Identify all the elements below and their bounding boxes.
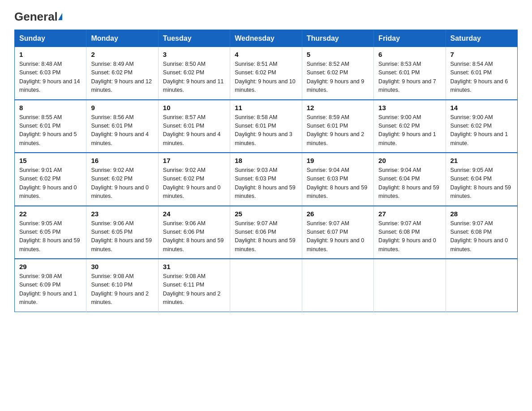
calendar-cell: 24 Sunrise: 9:06 AMSunset: 6:06 PMDaylig… [158, 206, 230, 259]
calendar-cell: 15 Sunrise: 9:01 AMSunset: 6:02 PMDaylig… [15, 153, 86, 206]
calendar-cell: 8 Sunrise: 8:55 AMSunset: 6:01 PMDayligh… [15, 100, 86, 153]
calendar-cell: 27 Sunrise: 9:07 AMSunset: 6:08 PMDaylig… [374, 206, 446, 259]
col-header-wednesday: Wednesday [230, 30, 302, 47]
day-number: 21 [450, 157, 513, 164]
col-header-saturday: Saturday [446, 30, 517, 47]
day-number: 23 [91, 210, 153, 218]
day-number: 8 [19, 104, 82, 111]
day-number: 20 [378, 157, 441, 164]
day-info: Sunrise: 9:06 AMSunset: 6:05 PMDaylight:… [91, 219, 153, 254]
calendar-cell: 12 Sunrise: 8:59 AMSunset: 6:01 PMDaylig… [302, 100, 373, 153]
day-info: Sunrise: 8:50 AMSunset: 6:02 PMDaylight:… [163, 60, 225, 95]
calendar-cell: 23 Sunrise: 9:06 AMSunset: 6:05 PMDaylig… [86, 206, 158, 259]
calendar-cell: 20 Sunrise: 9:04 AMSunset: 6:04 PMDaylig… [374, 153, 446, 206]
day-info: Sunrise: 8:59 AMSunset: 6:01 PMDaylight:… [307, 113, 369, 148]
day-info: Sunrise: 9:02 AMSunset: 6:02 PMDaylight:… [91, 166, 153, 201]
day-info: Sunrise: 8:54 AMSunset: 6:01 PMDaylight:… [450, 60, 513, 95]
day-info: Sunrise: 8:53 AMSunset: 6:01 PMDaylight:… [378, 60, 441, 95]
day-number: 12 [307, 104, 369, 111]
day-info: Sunrise: 9:05 AMSunset: 6:04 PMDaylight:… [450, 166, 513, 201]
day-info: Sunrise: 9:08 AMSunset: 6:10 PMDaylight:… [91, 272, 153, 307]
day-number: 25 [235, 210, 297, 218]
calendar-cell: 5 Sunrise: 8:52 AMSunset: 6:02 PMDayligh… [302, 47, 373, 100]
day-number: 14 [450, 104, 513, 111]
calendar-cell: 26 Sunrise: 9:07 AMSunset: 6:07 PMDaylig… [302, 206, 373, 259]
day-info: Sunrise: 9:07 AMSunset: 6:08 PMDaylight:… [450, 219, 513, 254]
day-info: Sunrise: 9:04 AMSunset: 6:04 PMDaylight:… [378, 166, 441, 201]
day-info: Sunrise: 9:08 AMSunset: 6:09 PMDaylight:… [19, 272, 82, 307]
day-number: 24 [163, 210, 225, 218]
calendar-cell: 7 Sunrise: 8:54 AMSunset: 6:01 PMDayligh… [446, 47, 517, 100]
calendar-week-row: 1 Sunrise: 8:48 AMSunset: 6:03 PMDayligh… [15, 47, 518, 100]
day-number: 4 [235, 51, 297, 58]
day-info: Sunrise: 8:51 AMSunset: 6:02 PMDaylight:… [235, 60, 297, 95]
calendar-cell: 11 Sunrise: 8:58 AMSunset: 6:01 PMDaylig… [230, 100, 302, 153]
day-number: 10 [163, 104, 225, 111]
calendar-cell: 18 Sunrise: 9:03 AMSunset: 6:03 PMDaylig… [230, 153, 302, 206]
calendar-week-row: 22 Sunrise: 9:05 AMSunset: 6:05 PMDaylig… [15, 206, 518, 259]
day-info: Sunrise: 9:05 AMSunset: 6:05 PMDaylight:… [19, 219, 82, 254]
calendar-cell: 6 Sunrise: 8:53 AMSunset: 6:01 PMDayligh… [374, 47, 446, 100]
day-number: 3 [163, 51, 225, 58]
day-info: Sunrise: 9:06 AMSunset: 6:06 PMDaylight:… [163, 219, 225, 254]
calendar-cell: 17 Sunrise: 9:02 AMSunset: 6:02 PMDaylig… [158, 153, 230, 206]
day-number: 9 [91, 104, 153, 111]
calendar-cell [374, 259, 446, 312]
page-header: General [14, 11, 518, 21]
day-number: 19 [307, 157, 369, 164]
day-number: 2 [91, 51, 153, 58]
calendar-cell: 2 Sunrise: 8:49 AMSunset: 6:02 PMDayligh… [86, 47, 158, 100]
calendar-cell: 14 Sunrise: 9:00 AMSunset: 6:02 PMDaylig… [446, 100, 517, 153]
day-info: Sunrise: 9:00 AMSunset: 6:02 PMDaylight:… [450, 113, 513, 148]
calendar-cell [302, 259, 373, 312]
day-number: 18 [235, 157, 297, 164]
day-info: Sunrise: 9:08 AMSunset: 6:11 PMDaylight:… [163, 272, 225, 307]
calendar-cell [230, 259, 302, 312]
day-number: 11 [235, 104, 297, 111]
day-info: Sunrise: 9:07 AMSunset: 6:06 PMDaylight:… [235, 219, 297, 254]
calendar-week-row: 8 Sunrise: 8:55 AMSunset: 6:01 PMDayligh… [15, 100, 518, 153]
logo-triangle-icon [58, 13, 62, 20]
day-number: 15 [19, 157, 82, 164]
col-header-monday: Monday [86, 30, 158, 47]
day-number: 13 [378, 104, 441, 111]
calendar-cell: 13 Sunrise: 9:00 AMSunset: 6:02 PMDaylig… [374, 100, 446, 153]
calendar-week-row: 29 Sunrise: 9:08 AMSunset: 6:09 PMDaylig… [15, 259, 518, 312]
calendar-week-row: 15 Sunrise: 9:01 AMSunset: 6:02 PMDaylig… [15, 153, 518, 206]
day-info: Sunrise: 8:57 AMSunset: 6:01 PMDaylight:… [163, 113, 225, 148]
calendar-table: SundayMondayTuesdayWednesdayThursdayFrid… [14, 30, 518, 312]
day-info: Sunrise: 8:49 AMSunset: 6:02 PMDaylight:… [91, 60, 153, 95]
day-number: 17 [163, 157, 225, 164]
calendar-cell: 19 Sunrise: 9:04 AMSunset: 6:03 PMDaylig… [302, 153, 373, 206]
day-number: 7 [450, 51, 513, 58]
calendar-cell: 3 Sunrise: 8:50 AMSunset: 6:02 PMDayligh… [158, 47, 230, 100]
calendar-cell: 10 Sunrise: 8:57 AMSunset: 6:01 PMDaylig… [158, 100, 230, 153]
calendar-cell: 22 Sunrise: 9:05 AMSunset: 6:05 PMDaylig… [15, 206, 86, 259]
day-info: Sunrise: 8:48 AMSunset: 6:03 PMDaylight:… [19, 60, 82, 95]
col-header-thursday: Thursday [302, 30, 373, 47]
calendar-cell: 31 Sunrise: 9:08 AMSunset: 6:11 PMDaylig… [158, 259, 230, 312]
day-info: Sunrise: 9:01 AMSunset: 6:02 PMDaylight:… [19, 166, 82, 201]
day-number: 6 [378, 51, 441, 58]
day-number: 28 [450, 210, 513, 218]
day-number: 16 [91, 157, 153, 164]
day-number: 31 [163, 263, 225, 270]
day-info: Sunrise: 8:55 AMSunset: 6:01 PMDaylight:… [19, 113, 82, 148]
day-info: Sunrise: 9:04 AMSunset: 6:03 PMDaylight:… [307, 166, 369, 201]
calendar-cell: 16 Sunrise: 9:02 AMSunset: 6:02 PMDaylig… [86, 153, 158, 206]
day-info: Sunrise: 9:00 AMSunset: 6:02 PMDaylight:… [378, 113, 441, 148]
col-header-tuesday: Tuesday [158, 30, 230, 47]
logo-general-text: General [14, 11, 62, 22]
day-info: Sunrise: 8:56 AMSunset: 6:01 PMDaylight:… [91, 113, 153, 148]
day-info: Sunrise: 9:03 AMSunset: 6:03 PMDaylight:… [235, 166, 297, 201]
day-number: 22 [19, 210, 82, 218]
calendar-cell: 21 Sunrise: 9:05 AMSunset: 6:04 PMDaylig… [446, 153, 517, 206]
day-number: 5 [307, 51, 369, 58]
day-info: Sunrise: 8:58 AMSunset: 6:01 PMDaylight:… [235, 113, 297, 148]
day-info: Sunrise: 9:02 AMSunset: 6:02 PMDaylight:… [163, 166, 225, 201]
calendar-cell: 1 Sunrise: 8:48 AMSunset: 6:03 PMDayligh… [15, 47, 86, 100]
day-info: Sunrise: 8:52 AMSunset: 6:02 PMDaylight:… [307, 60, 369, 95]
calendar-cell [446, 259, 517, 312]
calendar-cell: 25 Sunrise: 9:07 AMSunset: 6:06 PMDaylig… [230, 206, 302, 259]
day-number: 27 [378, 210, 441, 218]
